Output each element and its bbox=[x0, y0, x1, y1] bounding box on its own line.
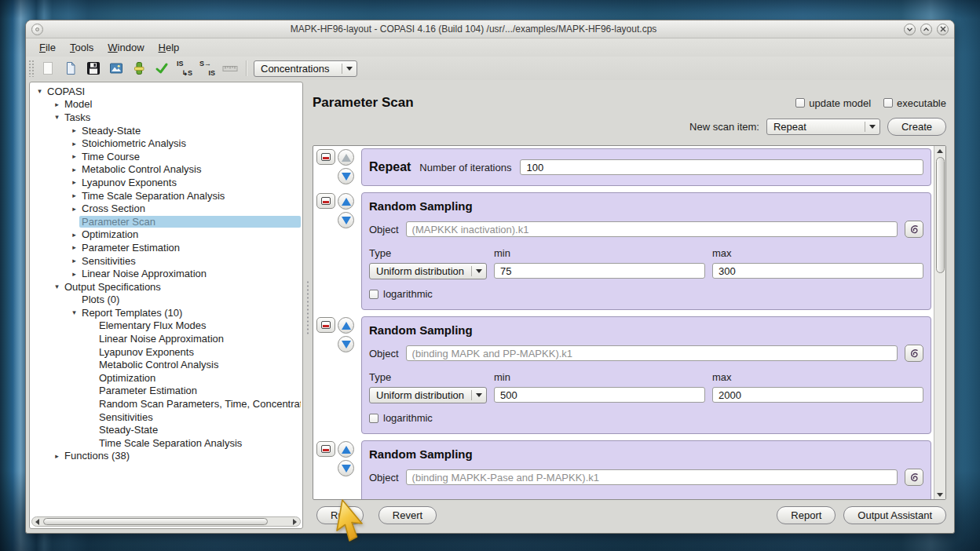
run-button[interactable]: Run bbox=[316, 506, 364, 524]
tree-item-model[interactable]: ▸Model bbox=[31, 98, 301, 111]
max-input[interactable]: 2000 bbox=[712, 387, 923, 403]
tree-item-output-specifications[interactable]: ▾Output Specifications bbox=[31, 280, 301, 294]
tree-item-metabolic-control-analysis[interactable]: ▸Metabolic Control Analysis bbox=[31, 163, 301, 177]
close-button[interactable] bbox=[937, 24, 949, 35]
tree-item-steady-state[interactable]: Steady-State bbox=[31, 423, 301, 436]
output-assistant-button[interactable]: Output Assistant bbox=[843, 506, 946, 524]
tree-item-metabolic-control-analysis[interactable]: Metabolic Control Analysis bbox=[31, 358, 301, 371]
collapsed-arrow-icon[interactable]: ▸ bbox=[69, 257, 79, 265]
scroll-left-button[interactable] bbox=[32, 517, 42, 526]
shade-button[interactable] bbox=[904, 24, 916, 35]
tree-item-elementary-flux-modes[interactable]: Elementary Flux Modes bbox=[31, 319, 301, 333]
object-input[interactable]: (MAPKKK inactivation).k1 bbox=[406, 221, 898, 237]
tree-item-parameter-scan[interactable]: Parameter Scan bbox=[31, 215, 301, 228]
export-image-button[interactable] bbox=[106, 59, 126, 78]
move-item-down-button[interactable] bbox=[338, 460, 354, 476]
logarithmic-checkbox[interactable] bbox=[369, 290, 378, 299]
report-button[interactable]: Report bbox=[777, 506, 836, 524]
panel-splitter[interactable] bbox=[303, 80, 312, 533]
tree-item-optimization[interactable]: Optimization bbox=[31, 371, 301, 385]
object-input[interactable]: (binding MAPKK-Pase and P-MAPKK).k1 bbox=[406, 469, 898, 485]
move-item-down-button[interactable] bbox=[338, 168, 354, 184]
tree-item-time-scale-separation-analysis[interactable]: ▸Time Scale Separation Analysis bbox=[31, 189, 301, 203]
convert-s-to-is-button[interactable]: S→ IS bbox=[197, 59, 218, 78]
open-file-button[interactable] bbox=[60, 59, 81, 78]
scroll-up-button[interactable] bbox=[934, 146, 945, 155]
select-object-button[interactable] bbox=[905, 221, 923, 238]
tree-item-functions-38[interactable]: ▸Functions (38) bbox=[31, 450, 301, 463]
scan-vertical-scrollbar[interactable] bbox=[934, 146, 945, 499]
titlebar[interactable]: MAPK-HF96-layout - COPASI 4.16 (Build 10… bbox=[26, 20, 954, 38]
tree-item-tasks[interactable]: ▾Tasks bbox=[31, 111, 301, 124]
collapsed-arrow-icon[interactable]: ▸ bbox=[69, 166, 79, 173]
expanded-arrow-icon[interactable]: ▾ bbox=[35, 87, 45, 95]
tree-item-report-templates-10[interactable]: ▾Report Templates (10) bbox=[31, 306, 301, 319]
new-file-button[interactable] bbox=[38, 59, 58, 78]
menu-help[interactable]: Help bbox=[152, 40, 187, 55]
remove-scan-item-button[interactable] bbox=[316, 317, 335, 333]
tree-item-sensitivities[interactable]: Sensitivities bbox=[31, 411, 301, 424]
remove-scan-item-button[interactable] bbox=[316, 149, 335, 165]
move-item-up-button[interactable] bbox=[338, 317, 354, 334]
tree-item-parameter-estimation[interactable]: ▸Parameter Estimation bbox=[31, 241, 301, 254]
tree-item-copasi[interactable]: ▾COPASI bbox=[31, 85, 301, 98]
remove-scan-item-button[interactable] bbox=[316, 441, 335, 457]
save-button[interactable] bbox=[83, 59, 104, 78]
scroll-down-button[interactable] bbox=[934, 490, 945, 499]
collapsed-arrow-icon[interactable]: ▸ bbox=[69, 126, 79, 134]
object-input[interactable]: (binding MAPK and PP-MAPKK).k1 bbox=[406, 345, 898, 361]
tree-item-optimization[interactable]: ▸Optimization bbox=[31, 228, 301, 242]
max-input[interactable]: 300 bbox=[712, 263, 923, 279]
collapsed-arrow-icon[interactable]: ▸ bbox=[69, 140, 79, 148]
tree-item-cross-section[interactable]: ▸Cross Section bbox=[31, 202, 301, 215]
update-model-checkbox[interactable] bbox=[795, 98, 805, 108]
logarithmic-checkbox[interactable] bbox=[369, 414, 378, 423]
collapsed-arrow-icon[interactable]: ▸ bbox=[69, 243, 79, 251]
expanded-arrow-icon[interactable]: ▾ bbox=[69, 308, 79, 316]
move-item-down-button[interactable] bbox=[338, 212, 354, 228]
collapsed-arrow-icon[interactable]: ▸ bbox=[69, 152, 79, 160]
expanded-arrow-icon[interactable]: ▾ bbox=[52, 113, 62, 121]
collapsed-arrow-icon[interactable]: ▸ bbox=[69, 270, 79, 278]
new-scan-item-dropdown[interactable]: Repeat bbox=[766, 119, 880, 135]
toolbar-drag-handle[interactable] bbox=[28, 60, 34, 77]
tree-item-stoichiometric-analysis[interactable]: ▸Stoichiometric Analysis bbox=[31, 137, 301, 150]
move-item-up-button[interactable] bbox=[338, 193, 354, 210]
tree-horizontal-scrollbar[interactable] bbox=[31, 516, 301, 527]
select-object-button[interactable] bbox=[905, 345, 923, 362]
collapsed-arrow-icon[interactable]: ▸ bbox=[52, 452, 62, 460]
maximize-button[interactable] bbox=[920, 24, 932, 35]
scroll-right-button[interactable] bbox=[290, 517, 300, 526]
tree-item-sensitivities[interactable]: ▸Sensitivities bbox=[31, 254, 301, 268]
tree-item-lyapunov-exponents[interactable]: Lyapunov Exponents bbox=[31, 345, 301, 359]
tree-item-linear-noise-approximation[interactable]: ▸Linear Noise Approximation bbox=[31, 267, 301, 280]
tree-item-lyapunov-exponents[interactable]: ▸Lyapunov Exponents bbox=[31, 176, 301, 189]
revert-button[interactable]: Revert bbox=[378, 506, 437, 524]
remove-scan-item-button[interactable] bbox=[316, 193, 335, 209]
scroll-thumb[interactable] bbox=[43, 518, 268, 525]
plugin-button[interactable] bbox=[129, 59, 149, 78]
distribution-dropdown[interactable]: Uniform distribution bbox=[369, 387, 487, 403]
collapsed-arrow-icon[interactable]: ▸ bbox=[52, 100, 62, 108]
executable-checkbox[interactable] bbox=[883, 98, 893, 108]
min-input[interactable]: 75 bbox=[494, 263, 705, 279]
tree-item-linear-noise-approximation[interactable]: Linear Noise Approximation bbox=[31, 332, 301, 345]
tree-item-parameter-estimation[interactable]: Parameter Estimation bbox=[31, 385, 301, 398]
tree-item-steady-state[interactable]: ▸Steady-State bbox=[31, 124, 301, 137]
menu-tools[interactable]: Tools bbox=[63, 40, 101, 55]
distribution-dropdown[interactable]: Uniform distribution bbox=[369, 263, 487, 279]
iterations-input[interactable]: 100 bbox=[520, 159, 923, 175]
window-menu-button[interactable] bbox=[31, 24, 43, 35]
move-item-up-button[interactable] bbox=[338, 149, 354, 166]
create-button[interactable]: Create bbox=[887, 118, 946, 136]
tree-item-time-scale-separation-analysis[interactable]: Time Scale Separation Analysis bbox=[31, 436, 301, 450]
min-input[interactable]: 500 bbox=[494, 387, 705, 403]
scroll-track[interactable] bbox=[934, 155, 945, 490]
collapsed-arrow-icon[interactable]: ▸ bbox=[69, 231, 79, 239]
scroll-thumb[interactable] bbox=[936, 157, 945, 273]
select-object-button[interactable] bbox=[905, 469, 923, 486]
tree-item-plots-0[interactable]: Plots (0) bbox=[31, 294, 301, 307]
tree-item-random-scan-parameters-time-concentrations[interactable]: Random Scan Parameters, Time, Concentrat… bbox=[31, 397, 301, 411]
tree-item-time-course[interactable]: ▸Time Course bbox=[31, 150, 301, 163]
collapsed-arrow-icon[interactable]: ▸ bbox=[69, 205, 79, 213]
